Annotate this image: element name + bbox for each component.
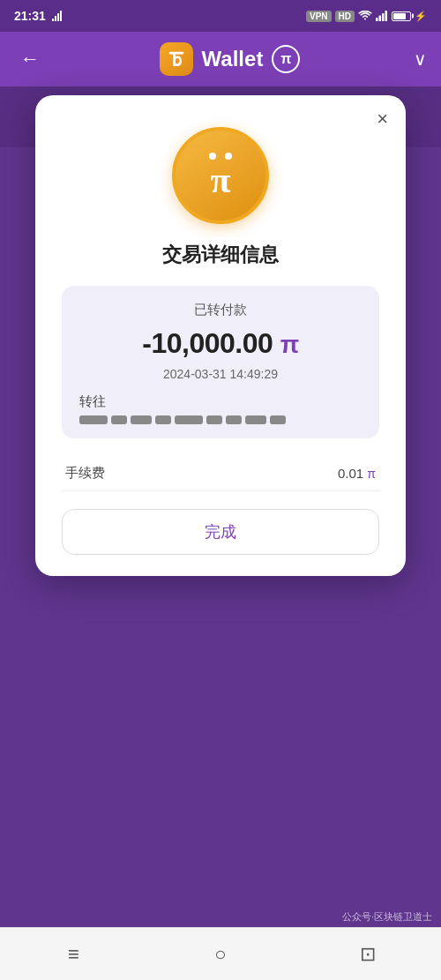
pi-coin-inner: π bbox=[209, 153, 232, 198]
fee-value: 0.01 π bbox=[338, 466, 376, 481]
svg-rect-0 bbox=[376, 18, 378, 21]
addr-block-3 bbox=[131, 415, 152, 424]
pi-logo-icon bbox=[160, 42, 193, 76]
svg-rect-4 bbox=[168, 52, 183, 55]
status-left: 21:31 bbox=[14, 9, 62, 23]
pi-coin-circle: π bbox=[172, 127, 269, 224]
tx-to-label: 转往 bbox=[79, 393, 362, 410]
tx-status-label: 已转付款 bbox=[79, 302, 362, 318]
tx-datetime: 2024-03-31 14:49:29 bbox=[79, 367, 362, 381]
svg-rect-2 bbox=[382, 13, 385, 21]
back-button[interactable]: ← bbox=[14, 48, 46, 71]
addr-block-1 bbox=[79, 415, 108, 424]
addr-block-2 bbox=[111, 415, 127, 424]
svg-rect-1 bbox=[379, 16, 382, 22]
addr-block-4 bbox=[155, 415, 171, 424]
tx-amount: -10,000.00 π bbox=[79, 327, 362, 360]
pi-logo-svg bbox=[167, 49, 186, 69]
close-button[interactable]: × bbox=[377, 109, 388, 129]
addr-block-9 bbox=[270, 415, 286, 424]
wifi-icon bbox=[358, 11, 372, 21]
addr-block-6 bbox=[206, 415, 222, 424]
modal-title: 交易详细信息 bbox=[62, 242, 379, 268]
addr-block-5 bbox=[175, 415, 203, 424]
bottom-nav: ≡ ○ ⊡ bbox=[0, 927, 441, 980]
modal-card: × π 交易详细信息 已转付款 -10,000.00 π 20 bbox=[35, 95, 406, 576]
share-button[interactable]: ⊡ bbox=[341, 937, 394, 972]
addr-block-8 bbox=[245, 415, 266, 424]
charging-icon: ⚡ bbox=[415, 11, 427, 22]
cellular-icon bbox=[376, 11, 388, 21]
pi-symbol-large: π bbox=[210, 161, 230, 198]
status-bar: 21:31 VPN HD ⚡ bbox=[0, 0, 441, 32]
tx-amount-value: -10,000.00 bbox=[142, 327, 273, 359]
fee-row: 手续费 0.01 π bbox=[62, 456, 379, 491]
pi-dots bbox=[209, 153, 232, 160]
vpn-badge: VPN bbox=[306, 11, 332, 22]
wallet-title: Wallet bbox=[202, 47, 264, 71]
addr-block-7 bbox=[226, 415, 242, 424]
time-display: 21:31 bbox=[14, 9, 46, 23]
nav-title: Wallet π bbox=[160, 42, 301, 76]
home-button[interactable]: ○ bbox=[194, 937, 247, 972]
watermark: 公众号·区块链卫道士 bbox=[342, 910, 432, 924]
tx-address bbox=[79, 415, 362, 424]
status-right: VPN HD ⚡ bbox=[306, 11, 427, 22]
fee-amount: 0.01 bbox=[338, 466, 363, 481]
pi-symbol-nav-icon: π bbox=[272, 45, 300, 73]
pi-dot-left bbox=[209, 153, 216, 160]
menu-button[interactable]: ≡ bbox=[47, 937, 100, 972]
transaction-info-box: 已转付款 -10,000.00 π 2024-03-31 14:49:29 转往 bbox=[62, 286, 379, 438]
hd-badge: HD bbox=[335, 11, 355, 22]
fee-label: 手续费 bbox=[65, 465, 105, 482]
pi-dot-right bbox=[225, 153, 232, 160]
signal-icon bbox=[51, 11, 62, 21]
dropdown-chevron-icon[interactable]: ∨ bbox=[414, 49, 427, 70]
fee-currency: π bbox=[367, 467, 376, 481]
pi-coin-icon: π bbox=[62, 127, 379, 224]
tx-amount-currency: π bbox=[280, 331, 299, 358]
complete-button[interactable]: 完成 bbox=[62, 509, 379, 555]
modal-overlay: × π 交易详细信息 已转付款 -10,000.00 π 20 bbox=[0, 86, 441, 927]
svg-rect-3 bbox=[385, 11, 388, 21]
nav-bar: ← Wallet π ∨ bbox=[0, 32, 441, 86]
battery-icon bbox=[392, 11, 411, 21]
